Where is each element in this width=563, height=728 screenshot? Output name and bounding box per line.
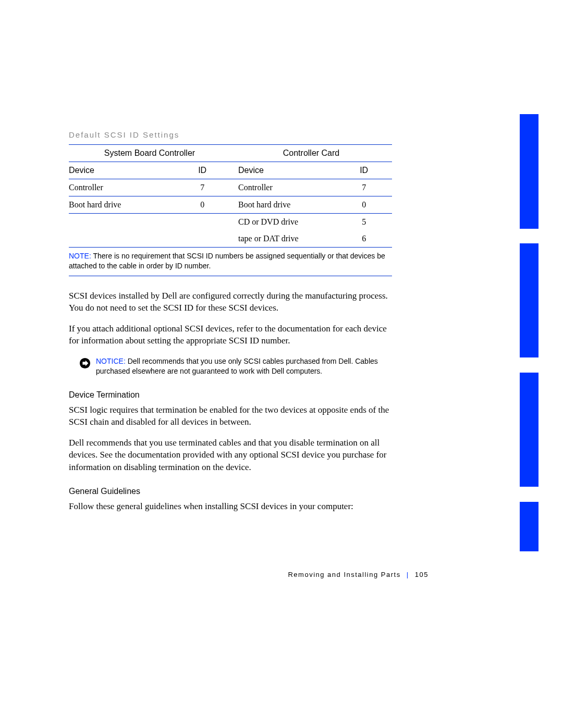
table-group-header: System Board Controller Controller Card xyxy=(69,145,392,162)
subheading-general-guidelines: General Guidelines xyxy=(69,487,392,496)
col-id-right: ID xyxy=(349,162,392,179)
col-id-left: ID xyxy=(187,162,230,179)
body-paragraph: SCSI logic requires that termination be … xyxy=(69,404,392,428)
table-row: Boot hard drive 0 Boot hard drive 0 xyxy=(69,196,392,214)
page-content: Default SCSI ID Settings System Board Co… xyxy=(69,130,392,513)
body-paragraph: Follow these general guidelines when ins… xyxy=(69,500,392,512)
cell-device: Controller xyxy=(69,179,187,196)
cell-device: Boot hard drive xyxy=(69,196,187,214)
body-paragraph: SCSI devices installed by Dell are confi… xyxy=(69,290,392,314)
cell-id: 5 xyxy=(349,214,392,231)
cell-empty xyxy=(187,214,230,231)
table-row: Controller 7 Controller 7 xyxy=(69,179,392,196)
cell-device: Controller xyxy=(230,179,349,196)
table-note-row: NOTE: There is no requirement that SCSI … xyxy=(69,248,392,276)
subheading-device-termination: Device Termination xyxy=(69,390,392,400)
footer-chapter: Removing and Installing Parts xyxy=(288,571,400,578)
side-tab xyxy=(520,243,538,357)
note-label: NOTE: xyxy=(69,252,91,260)
cell-id: 0 xyxy=(187,196,230,214)
side-tab xyxy=(520,114,538,229)
col-device-right: Device xyxy=(230,162,349,179)
table-title: Default SCSI ID Settings xyxy=(69,130,392,139)
cell-id: 7 xyxy=(349,179,392,196)
table-column-header: Device ID Device ID xyxy=(69,162,392,179)
table-row: CD or DVD drive 5 xyxy=(69,214,392,231)
notice-arrow-icon xyxy=(79,357,91,369)
notice-block: NOTICE: Dell recommends that you use onl… xyxy=(69,356,392,377)
cell-device: Boot hard drive xyxy=(230,196,349,214)
body-paragraph: If you attach additional optional SCSI d… xyxy=(69,323,392,347)
col-device-left: Device xyxy=(69,162,187,179)
page-footer: Removing and Installing Parts | 105 xyxy=(288,571,429,578)
group-header-left: System Board Controller xyxy=(69,145,230,162)
footer-page-number: 105 xyxy=(415,571,429,578)
cell-id: 0 xyxy=(349,196,392,214)
notice-label: NOTICE: xyxy=(96,357,126,365)
group-header-right: Controller Card xyxy=(230,145,392,162)
table-row: tape or DAT drive 6 xyxy=(69,230,392,248)
cell-empty xyxy=(69,230,187,248)
cell-device: CD or DVD drive xyxy=(230,214,349,231)
cell-id: 6 xyxy=(349,230,392,248)
cell-device: tape or DAT drive xyxy=(230,230,349,248)
scsi-id-table: System Board Controller Controller Card … xyxy=(69,144,392,276)
cell-empty xyxy=(187,230,230,248)
side-tab xyxy=(520,373,538,487)
cell-empty xyxy=(69,214,187,231)
notice-body: NOTICE: Dell recommends that you use onl… xyxy=(96,356,392,377)
body-paragraph: Dell recommends that you use terminated … xyxy=(69,437,392,473)
side-tab xyxy=(520,502,538,551)
note-text: There is no requirement that SCSI ID num… xyxy=(69,252,385,270)
cell-id: 7 xyxy=(187,179,230,196)
notice-text-content: Dell recommends that you use only SCSI c… xyxy=(96,357,378,376)
footer-separator: | xyxy=(403,571,412,578)
